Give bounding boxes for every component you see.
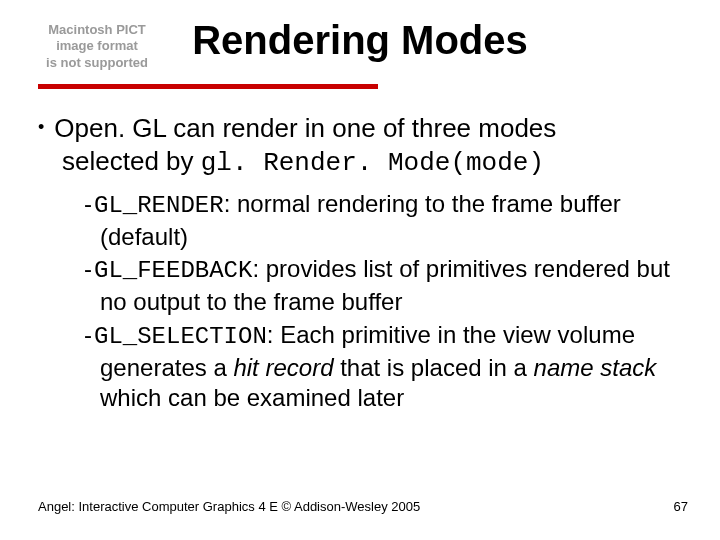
lead-code: gl. Render. Mode(mode) [201, 148, 544, 178]
bullet-dot-icon: • [38, 117, 54, 137]
footer-text: Angel: Interactive Computer Graphics 4 E… [38, 499, 420, 514]
slide: Macintosh PICT image format is not suppo… [0, 0, 720, 540]
sub-bullet-item: -GL_SELECTION: Each primitive in the vie… [84, 320, 690, 414]
slide-title: Rendering Modes [0, 18, 720, 63]
dash-icon: - [84, 190, 94, 217]
sub-code: GL_SELECTION [94, 323, 267, 350]
sub-text: that is placed in a [333, 354, 533, 381]
sub-bullet-item: -GL_RENDER: normal rendering to the fram… [84, 189, 690, 252]
sub-code: GL_FEEDBACK [94, 257, 252, 284]
slide-body: •Open. GL can render in one of three mod… [38, 112, 690, 416]
dash-icon: - [84, 321, 94, 348]
lead-text-line2-pre: selected by [62, 146, 201, 176]
title-underline [38, 84, 378, 89]
sub-bullet-item: -GL_FEEDBACK: provides list of primitive… [84, 254, 690, 317]
lead-text-line1: Open. GL can render in one of three mode… [54, 113, 556, 143]
lead-bullet: •Open. GL can render in one of three mod… [38, 112, 690, 179]
sub-text: which can be examined later [100, 384, 404, 411]
sub-text-italic: hit record [233, 354, 333, 381]
sub-code: GL_RENDER [94, 192, 224, 219]
sub-bullet-list: -GL_RENDER: normal rendering to the fram… [38, 189, 690, 414]
dash-icon: - [84, 255, 94, 282]
sub-text-italic: name stack [534, 354, 657, 381]
page-number: 67 [674, 499, 688, 514]
